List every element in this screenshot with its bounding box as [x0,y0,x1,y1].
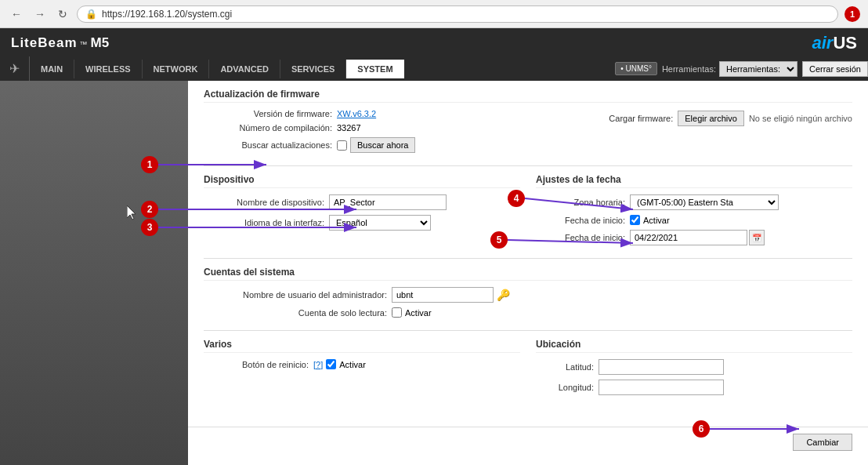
airmax-logo: air US [812,33,857,53]
tab-network[interactable]: NETWORK [143,60,210,78]
start-date-checkbox[interactable] [630,215,640,225]
reload-button[interactable]: ↻ [55,6,71,22]
device-lang-row: Idioma de la interfaz: Español English [204,215,520,231]
firmware-section: Actualización de firmware Versión de fir… [204,89,852,166]
annotation-5: 5 [490,231,508,249]
start-date-row: Fecha de inicio: Activar [536,215,852,225]
annotation-1: 1 [141,156,158,173]
annotation-2: 2 [141,201,158,218]
key-icon[interactable]: 🔑 [497,289,510,301]
varios-section: Varios Botón de reinicio: [?] Activar [204,339,520,400]
logout-button[interactable]: Cerrar sesión [802,61,868,77]
tab-advanced[interactable]: ADVANCED [209,60,280,78]
accounts-title: Cuentas del sistema [204,267,852,281]
lat-row: Latitud: [536,359,852,375]
device-section: Dispositivo Nombre de dispositivo: Idiom… [204,174,520,250]
air-text: air [812,33,834,53]
footer-bar: Cambiar [188,427,868,457]
device-header: LiteBeam ™ M5 air US ✈ MAIN WIRELESS [0,28,868,81]
fw-version-value: XW.v6.3.2 [337,109,376,118]
start-date-label2: Fecha de inicio: [536,233,630,242]
choose-file-button[interactable]: Elegir archivo [678,111,744,126]
admin-user-row: Nombre de usuario del administrador: 🔑 [204,287,852,303]
firmware-search-row: Buscar actualizaciones: Buscar ahora [204,137,415,153]
sidebar [0,81,188,465]
location-title: Ubicación [536,339,852,353]
fw-search-label: Buscar actualizaciones: [204,140,337,150]
us-text: US [833,33,857,53]
start-date-label: Fecha de inicio: [536,216,630,225]
accounts-section: Cuentas del sistema Nombre de usuario de… [204,267,852,331]
reset-checkbox[interactable] [326,359,336,369]
fw-build-label: Número de compilación: [204,123,337,133]
readonly-checkbox-label: Activar [405,308,432,318]
annotation-4: 4 [508,190,525,207]
device-name-input[interactable] [329,194,447,210]
tab-services[interactable]: SERVICES [280,60,346,78]
lat-input[interactable] [599,359,724,375]
admin-user-input[interactable] [392,287,494,303]
device-lang-select[interactable]: Español English [329,215,431,231]
reset-btn-row: Botón de reinicio: [?] Activar [204,359,520,369]
date-section: Ajustes de la fecha Zona horaria: (GMT-0… [536,174,852,250]
url-text: https://192.168.1.20/system.cgi [102,9,232,20]
search-now-button[interactable]: Buscar ahora [350,137,415,153]
lat-label: Latitud: [536,362,599,372]
firmware-version-row: Versión de firmware: XW.v6.3.2 [204,109,415,118]
start-date-value-row: Fecha de inicio: 📅 [536,230,852,245]
reset-btn-label: Botón de reinicio: [204,360,313,369]
lock-icon: 🔒 [85,9,97,20]
device-title: Dispositivo [204,174,520,188]
lon-input[interactable] [599,380,724,395]
lon-label: Longitud: [536,383,599,392]
fw-search-checkbox[interactable] [337,140,347,151]
reset-checkbox-label: Activar [339,360,366,369]
back-button[interactable]: ← [8,6,25,22]
calendar-button[interactable]: 📅 [749,230,765,245]
device-name-label: Nombre de dispositivo: [204,198,329,207]
address-bar: 🔒 https://192.168.1.20/system.cgi [77,5,838,23]
lon-row: Longitud: [536,380,852,395]
tab-system[interactable]: SYSTEM [346,60,403,78]
no-file-text: No se eligió ningún archivo [749,114,852,123]
timezone-label: Zona horaria: [536,198,630,207]
reset-help-link[interactable]: [?] [313,360,323,369]
browser-bar: ← → ↻ 🔒 https://192.168.1.20/system.cgi … [0,0,868,28]
nav-icon-tab[interactable]: ✈ [0,56,30,81]
date-title: Ajustes de la fecha [536,174,852,188]
tools-select[interactable]: Herramientas: [719,61,797,77]
unms-badge: • UNMS° [615,62,657,75]
fw-version-label: Versión de firmware: [204,109,337,118]
upload-label: Cargar firmware: [609,114,673,123]
varios-title: Varios [204,339,520,353]
main-wrapper: ← → ↻ 🔒 https://192.168.1.20/system.cgi … [0,0,868,465]
device-lang-label: Idioma de la interfaz: [204,218,329,227]
forward-button[interactable]: → [31,6,49,22]
admin-user-label: Nombre de usuario del administrador: [204,290,392,300]
location-section: Ubicación Latitud: Longitud: [536,339,852,400]
start-date-input[interactable] [630,230,747,245]
device-name-row: Nombre de dispositivo: [204,194,520,210]
firmware-title: Actualización de firmware [204,89,852,103]
readonly-row: Cuenta de solo lectura: Activar [204,307,852,318]
timezone-select[interactable]: (GMT-05:00) Eastern Sta [630,194,779,210]
readonly-label: Cuenta de solo lectura: [204,308,392,318]
save-button[interactable]: Cambiar [793,434,852,451]
annotation-3: 3 [141,219,158,236]
firmware-build-row: Número de compilación: 33267 [204,123,415,133]
tools-label: Herramientas: [662,64,716,74]
main-content: Actualización de firmware Versión de fir… [188,81,868,465]
annotation-6: 6 [693,420,710,438]
tab-wireless[interactable]: WIRELESS [74,60,142,78]
timezone-row: Zona horaria: (GMT-05:00) Eastern Sta [536,194,852,210]
m5-brand: M5 [91,35,110,51]
alert-badge: 1 [844,6,860,22]
tab-main[interactable]: MAIN [30,60,74,78]
readonly-checkbox[interactable] [392,307,402,318]
fw-build-value: 33267 [337,123,361,133]
start-date-checkbox-label: Activar [643,216,670,225]
litebeam-brand: LiteBeam [11,35,78,51]
